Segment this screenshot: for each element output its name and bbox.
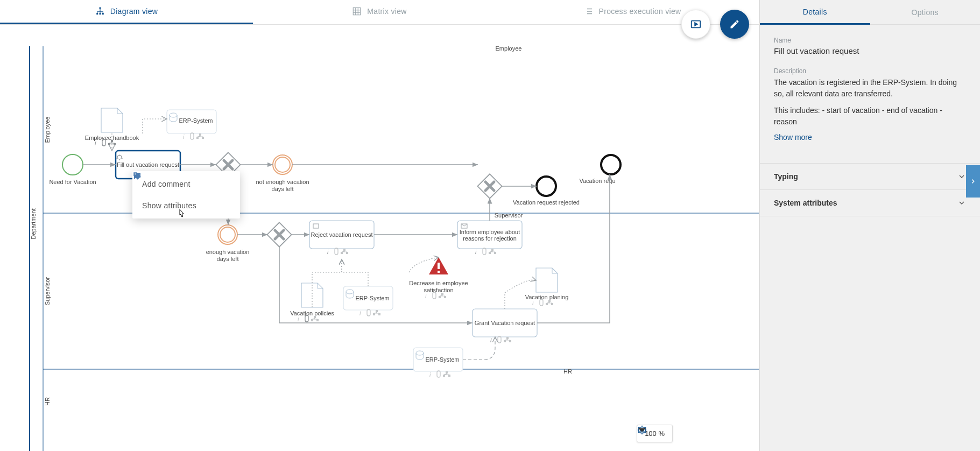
svg-point-78 bbox=[416, 351, 424, 355]
start-event[interactable] bbox=[62, 154, 83, 175]
svg-rect-52 bbox=[441, 293, 443, 295]
svg-rect-2 bbox=[99, 13, 101, 15]
fab-row bbox=[681, 10, 749, 39]
side-tab-options[interactable]: Options bbox=[870, 0, 981, 25]
svg-point-23 bbox=[275, 157, 290, 172]
svg-rect-43 bbox=[494, 252, 496, 254]
datastore-erp-1[interactable]: ERP-System bbox=[167, 110, 216, 133]
lane-supervisor-watermark: Supervisor bbox=[495, 212, 523, 219]
lane-employee-watermark: Employee bbox=[496, 45, 522, 52]
svg-rect-70 bbox=[546, 303, 548, 305]
side-tab-details[interactable]: Details bbox=[760, 0, 870, 25]
gateway-3[interactable] bbox=[477, 174, 502, 198]
cursor-pointer-icon bbox=[177, 209, 187, 221]
svg-text:Vacation policies: Vacation policies bbox=[290, 310, 334, 316]
edit-button[interactable] bbox=[720, 10, 749, 39]
svg-text:enough vacation: enough vacation bbox=[206, 249, 250, 255]
svg-text:i: i bbox=[183, 133, 185, 140]
svg-rect-76 bbox=[509, 340, 511, 342]
svg-text:i: i bbox=[327, 249, 329, 255]
svg-text:reasons for rejection: reasons for rejection bbox=[463, 235, 517, 242]
details-name-label: Name bbox=[774, 37, 966, 44]
end-event-clipped[interactable] bbox=[601, 155, 621, 174]
svg-text:ERP-System: ERP-System bbox=[356, 295, 390, 301]
list-icon bbox=[584, 6, 594, 16]
details-name-value: Fill out vacation request bbox=[774, 46, 966, 55]
chevron-down-icon bbox=[957, 172, 966, 181]
svg-rect-69 bbox=[548, 300, 551, 302]
play-rect-icon bbox=[690, 18, 702, 30]
menu-add-comment[interactable]: Add comment bbox=[132, 173, 240, 195]
lane-employee-label: Employee bbox=[44, 117, 51, 143]
event-not-enough-days[interactable] bbox=[273, 155, 292, 174]
svg-rect-34 bbox=[343, 249, 346, 251]
side-panel: Details Options Name Fill out vacation r… bbox=[759, 0, 980, 451]
warning-icon bbox=[429, 257, 448, 274]
details-desc-1: The vacation is registered in the ERP-Sy… bbox=[774, 77, 966, 100]
svg-rect-66 bbox=[378, 313, 380, 315]
svg-rect-57 bbox=[314, 316, 316, 318]
svg-rect-42 bbox=[489, 252, 491, 254]
tab-diagram-view[interactable]: Diagram view bbox=[0, 0, 253, 24]
svg-rect-36 bbox=[346, 252, 348, 254]
start-event-label: Need for Vacation bbox=[49, 179, 96, 185]
accordion-system-attributes[interactable]: System attributes bbox=[760, 190, 980, 216]
tab-matrix-label: Matrix view bbox=[367, 7, 406, 16]
end-event-rejected[interactable] bbox=[537, 177, 556, 196]
doc-vacation-planing[interactable] bbox=[536, 268, 558, 292]
svg-rect-75 bbox=[504, 340, 506, 342]
zoom-level-dropdown[interactable]: 100 % bbox=[645, 429, 665, 438]
svg-rect-59 bbox=[316, 319, 319, 321]
play-button[interactable] bbox=[681, 10, 710, 39]
svg-text:Reject vacation request: Reject vacation request bbox=[311, 231, 373, 238]
accordion-typing[interactable]: Typing bbox=[760, 164, 980, 190]
menu-add-comment-label: Add comment bbox=[142, 180, 191, 188]
tag-icon bbox=[132, 171, 142, 181]
svg-point-22 bbox=[273, 155, 292, 174]
grid-icon bbox=[352, 6, 362, 16]
svg-rect-18 bbox=[199, 133, 201, 136]
svg-rect-1 bbox=[96, 13, 98, 15]
svg-text:Inform employee about: Inform employee about bbox=[460, 229, 520, 235]
view-tabs: Diagram view Matrix view Process executi… bbox=[0, 0, 759, 25]
svg-rect-35 bbox=[341, 252, 343, 254]
svg-text:days left: days left bbox=[272, 186, 294, 192]
svg-rect-64 bbox=[376, 310, 378, 312]
details-desc-2: This includes: - start of vacation - end… bbox=[774, 105, 966, 128]
svg-rect-47 bbox=[438, 263, 440, 269]
pencil-icon bbox=[729, 19, 740, 30]
tab-matrix-view[interactable]: Matrix view bbox=[253, 0, 506, 24]
event-enough-days[interactable] bbox=[218, 225, 237, 244]
svg-text:i: i bbox=[359, 310, 361, 316]
tab-diagram-label: Diagram view bbox=[110, 7, 158, 16]
svg-rect-41 bbox=[491, 249, 493, 251]
svg-text:Vacation request rejected: Vacation request rejected bbox=[513, 199, 580, 206]
chevron-right-icon bbox=[969, 178, 977, 185]
svg-text:not enough vacation: not enough vacation bbox=[256, 179, 309, 185]
doc-employee-handbook[interactable] bbox=[101, 108, 123, 132]
svg-point-61 bbox=[346, 290, 354, 294]
datastore-erp-3[interactable]: ERP-System bbox=[413, 348, 463, 371]
svg-rect-65 bbox=[373, 313, 375, 315]
diagram-canvas[interactable]: Department Employee Supervisor HR Employ… bbox=[0, 25, 759, 451]
datastore-erp-2[interactable]: ERP-System bbox=[343, 286, 393, 310]
chevron-down-icon bbox=[957, 199, 966, 207]
lane-hr-watermark: HR bbox=[563, 368, 572, 375]
svg-rect-13 bbox=[114, 143, 116, 145]
svg-rect-20 bbox=[202, 137, 204, 139]
svg-text:Vacation planing: Vacation planing bbox=[525, 294, 569, 300]
gateway-2[interactable] bbox=[267, 222, 291, 246]
menu-show-attributes-label: Show attributes bbox=[142, 201, 196, 210]
svg-rect-81 bbox=[446, 371, 448, 374]
svg-rect-82 bbox=[443, 375, 445, 377]
collapse-panel-button[interactable] bbox=[966, 165, 980, 198]
svg-text:Grant Vacation request: Grant Vacation request bbox=[475, 320, 535, 326]
svg-point-26 bbox=[218, 225, 237, 244]
show-more-link[interactable]: Show more bbox=[774, 133, 966, 142]
svg-point-27 bbox=[220, 227, 235, 242]
svg-rect-54 bbox=[444, 296, 446, 298]
svg-text:Decrease in employee: Decrease in employee bbox=[409, 280, 468, 286]
svg-point-86 bbox=[135, 173, 136, 174]
svg-point-15 bbox=[170, 113, 177, 117]
svg-text:days left: days left bbox=[217, 256, 239, 262]
